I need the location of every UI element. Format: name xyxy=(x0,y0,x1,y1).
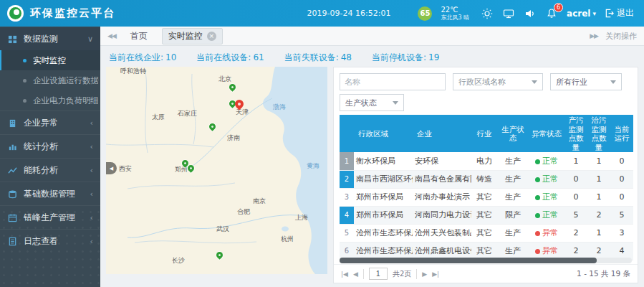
cell-pollution-points: 5 xyxy=(564,206,587,224)
cell-region: 南昌市西湖区环保局 xyxy=(354,170,413,188)
chevron-down-icon xyxy=(610,80,616,84)
notifications-bell-icon[interactable]: 6 xyxy=(545,7,558,20)
cell-production-status: 生产 xyxy=(497,152,529,170)
sidebar: 数据监测∨实时监控企业设施运行数据企业电力负荷明细企业异常‹统计分析‹能耗分析‹… xyxy=(0,27,100,287)
close-operations-button[interactable]: 关闭操作 xyxy=(605,31,637,42)
sidebar-section-3[interactable]: 能耗分析‹ xyxy=(0,158,100,182)
pagination-bar: |◀ ◀ 共2页 ▶ ▶| 1 - 15 共 19 条 xyxy=(334,264,638,283)
cell-running-count: 0 xyxy=(610,152,633,170)
horizontal-scrollbar-thumb[interactable] xyxy=(340,258,597,263)
sidebar-section-4[interactable]: 基础数据管理‹ xyxy=(0,182,100,205)
total-pages-label: 共2页 xyxy=(393,269,411,279)
sidebar-section-2[interactable]: 统计分析‹ xyxy=(0,134,100,158)
chevron-left-icon: ‹ xyxy=(90,189,93,199)
column-header[interactable]: 治污监测点数量 xyxy=(587,115,610,152)
cell-industry: 其它 xyxy=(471,188,497,206)
sidebar-item-0[interactable]: 实时监控 xyxy=(0,50,100,70)
sidebar-section-6[interactable]: 日志查看‹ xyxy=(0,229,100,253)
tab-close-icon[interactable]: × xyxy=(207,32,216,41)
cell-region: 沧州市生态环保局 xyxy=(354,224,413,242)
table-row[interactable]: 2南昌市西湖区环保局南昌有色金属有限公司铸造生产正常010 xyxy=(340,170,633,188)
status-dot-icon xyxy=(535,159,540,164)
cell-production-status: 生产 xyxy=(497,224,529,242)
last-page-button[interactable]: ▶| xyxy=(432,270,439,278)
bar-chart-icon xyxy=(7,141,17,151)
status-dot-icon xyxy=(535,177,540,182)
caret-down-icon: ▾ xyxy=(592,10,596,17)
cell-treatment-points: 1 xyxy=(587,224,610,242)
column-header[interactable]: 生产状态 xyxy=(497,115,529,152)
chevron-left-icon: ‹ xyxy=(90,166,93,175)
map-canvas[interactable]: ◀ 呼和浩特北京天津石家庄太原济南西安郑州南京合肥上海武汉杭州长沙渤海黄海 xyxy=(106,67,327,274)
cell-treatment-points: 1 xyxy=(587,188,610,206)
sidebar-menu: 数据监测∨实时监控企业设施运行数据企业电力负荷明细企业异常‹统计分析‹能耗分析‹… xyxy=(0,27,100,253)
cell-treatment-points: 2 xyxy=(587,206,610,224)
bullet-icon xyxy=(23,59,27,62)
cell-industry: 铸造 xyxy=(471,170,497,188)
production-status-filter-select[interactable]: 生产状态 xyxy=(340,94,404,111)
row-number: 5 xyxy=(340,224,354,242)
column-header[interactable]: 当前运行 xyxy=(610,115,633,152)
app-title: 环保监控云平台 xyxy=(30,6,115,20)
region-filter-select[interactable]: 行政区域名称 xyxy=(453,73,543,90)
table-header: 行政区域企业行业生产状态异常状态产污监测点数量治污监测点数量当前运行 xyxy=(340,115,633,152)
cell-pollution-points: 2 xyxy=(564,224,587,242)
page-number-input[interactable] xyxy=(369,268,388,280)
row-number-header xyxy=(340,115,354,152)
data-monitor-icon xyxy=(7,34,17,44)
table-row[interactable]: 4郑州市环保局河南同力电力设计其它限产正常525 xyxy=(340,206,633,224)
log-icon xyxy=(7,236,17,246)
column-header[interactable]: 企业 xyxy=(413,115,471,152)
app-logo-icon xyxy=(7,5,24,22)
logout-button[interactable]: 退出 xyxy=(605,7,634,19)
line-chart-icon xyxy=(7,165,17,175)
chevron-down-icon xyxy=(532,80,537,84)
weather-desc: 东北风3 晴 xyxy=(441,14,469,21)
logout-label: 退出 xyxy=(617,7,634,19)
cell-pollution-points: 0 xyxy=(564,188,587,206)
cell-company: 河南办事处演示 xyxy=(413,188,471,206)
speaker-icon[interactable] xyxy=(524,7,537,20)
table-row[interactable]: 5沧州市生态环保局沧州天兴包装制品其它生产异常213 xyxy=(340,224,633,242)
main-content: 当前在线企业:10当前在线设备:61当前失联设备:48当前停机设备:19 ◀ 呼… xyxy=(100,47,644,287)
row-number: 1 xyxy=(340,152,354,170)
table-row[interactable]: 3郑州市环保局河南办事处演示其它生产正常010 xyxy=(340,188,633,206)
cell-company: 沧州天兴包装制品 xyxy=(413,224,471,242)
monitor-icon[interactable] xyxy=(502,7,515,20)
status-dot-icon xyxy=(535,195,540,200)
column-header[interactable]: 异常状态 xyxy=(529,115,564,152)
column-header[interactable]: 行业 xyxy=(471,115,497,152)
sidebar-section-0[interactable]: 数据监测∨ xyxy=(0,27,100,50)
sidebar-section-1[interactable]: 企业异常‹ xyxy=(0,110,100,134)
building-icon xyxy=(7,118,17,128)
name-filter-input[interactable] xyxy=(340,73,446,90)
sidebar-item-2[interactable]: 企业电力负荷明细 xyxy=(0,90,100,110)
column-header[interactable]: 行政区域 xyxy=(354,115,413,152)
weather-info: 22℃ 东北风3 晴 xyxy=(441,6,469,21)
first-page-button[interactable]: |◀ xyxy=(341,270,348,278)
cell-company: 安环保 xyxy=(413,152,471,170)
tab-scroll-left-button[interactable]: ◀◀ xyxy=(107,32,116,39)
tab-realtime-monitor[interactable]: 实时监控 × xyxy=(162,28,223,44)
aqi-badge: 65 xyxy=(418,6,432,21)
table-row[interactable]: 1衡水环保局安环保电力生产正常110 xyxy=(340,152,633,170)
stat-item: 当前在线企业:10 xyxy=(109,52,176,64)
prev-page-button[interactable]: ◀ xyxy=(353,270,358,278)
next-page-button[interactable]: ▶ xyxy=(422,270,427,278)
chevron-down-icon: ∨ xyxy=(87,34,93,44)
column-header[interactable]: 产污监测点数量 xyxy=(564,115,587,152)
cell-region: 郑州市环保局 xyxy=(354,188,413,206)
map-base xyxy=(106,67,327,274)
industry-filter-select[interactable]: 所有行业 xyxy=(550,73,622,90)
username: acrel xyxy=(567,9,590,19)
chevron-left-icon: ‹ xyxy=(90,142,93,151)
sidebar-item-1[interactable]: 企业设施运行数据 xyxy=(0,70,100,90)
tab-home[interactable]: 首页 xyxy=(123,28,155,44)
sidebar-section-5[interactable]: 错峰生产管理‹ xyxy=(0,205,100,229)
user-menu[interactable]: acrel ▾ xyxy=(567,9,596,19)
cell-abnormal-status: 异常 xyxy=(529,224,564,242)
stat-item: 当前在线设备:61 xyxy=(196,52,264,64)
tab-scroll-right-button[interactable]: ▶▶ xyxy=(590,32,598,39)
notification-badge: 6 xyxy=(554,3,563,12)
status-dot-icon xyxy=(535,213,540,218)
